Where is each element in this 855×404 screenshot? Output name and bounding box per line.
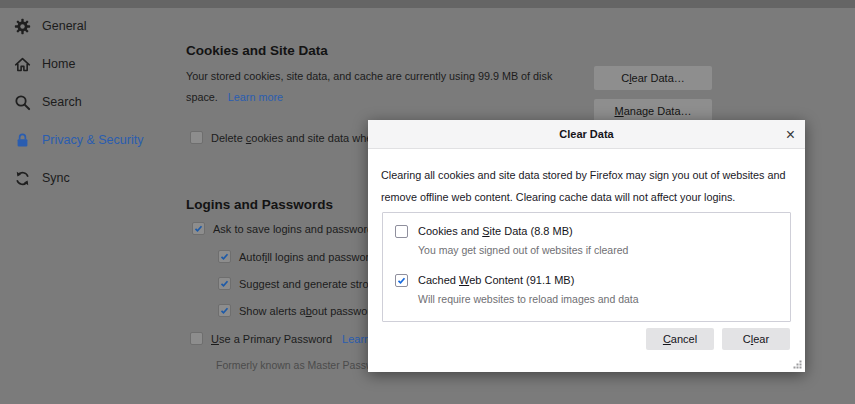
breach-alerts-checkbox[interactable]	[218, 304, 231, 317]
sidebar-item-privacy-security[interactable]: Privacy & Security	[14, 128, 143, 152]
check-icon	[220, 252, 229, 261]
master-password-note: Formerly known as Master Password	[216, 359, 389, 371]
cookies-description: Your stored cookies, site data, and cach…	[186, 66, 572, 108]
cookies-section-heading: Cookies and Site Data	[186, 43, 328, 58]
check-icon	[220, 306, 229, 315]
ask-save-logins-checkbox[interactable]	[192, 222, 205, 235]
sidebar-item-search[interactable]: Search	[14, 90, 82, 114]
sidebar-item-general[interactable]: General	[14, 14, 86, 38]
check-icon	[397, 276, 406, 285]
sidebar-label-home: Home	[42, 57, 75, 71]
check-icon	[194, 224, 203, 233]
primary-password-label: Use a Primary Password	[211, 333, 332, 345]
logins-section-heading: Logins and Passwords	[186, 197, 333, 212]
cookies-site-data-checkbox[interactable]	[395, 225, 408, 238]
cached-web-content-option-label: Cached Web Content (91.1 MB)	[418, 273, 639, 288]
autofill-logins-checkbox-row[interactable]: Autofill logins and passwords	[218, 250, 381, 263]
clear-options-box: Cookies and Site Data (8.8 MB) You may g…	[382, 212, 791, 322]
cookies-learn-more-link[interactable]: Learn more	[228, 91, 283, 103]
sidebar-item-home[interactable]: Home	[14, 52, 75, 76]
cached-web-content-option-row[interactable]: Cached Web Content (91.1 MB) Will requir…	[395, 273, 778, 307]
cookies-site-data-option-row[interactable]: Cookies and Site Data (8.8 MB) You may g…	[395, 224, 778, 258]
sidebar-label-privacy-security: Privacy & Security	[42, 133, 143, 147]
dialog-header: Clear Data ×	[368, 120, 805, 149]
resize-grip[interactable]	[793, 360, 802, 369]
clear-data-button[interactable]: Clear Data…	[594, 66, 712, 90]
suggest-passwords-checkbox[interactable]	[218, 277, 231, 290]
home-icon	[14, 56, 31, 73]
cached-web-content-checkbox[interactable]	[395, 274, 408, 287]
firefox-preferences-window: General Home Search Privacy & Security	[0, 0, 855, 404]
gear-icon	[14, 18, 31, 35]
cached-web-content-option-description: Will require websites to reload images a…	[418, 292, 639, 307]
sync-icon	[14, 170, 31, 187]
sidebar-label-sync: Sync	[42, 171, 70, 185]
primary-password-checkbox[interactable]	[190, 332, 203, 345]
check-icon	[220, 279, 229, 288]
cookies-site-data-option-description: You may get signed out of websites if cl…	[418, 243, 628, 258]
autofill-logins-label: Autofill logins and passwords	[239, 251, 381, 263]
clear-button[interactable]: Clear	[722, 328, 790, 350]
sidebar-item-sync[interactable]: Sync	[14, 166, 70, 190]
sidebar-label-search: Search	[42, 95, 82, 109]
cookies-site-data-option-label: Cookies and Site Data (8.8 MB)	[418, 224, 628, 239]
autofill-logins-checkbox[interactable]	[218, 250, 231, 263]
dialog-title: Clear Data	[559, 128, 613, 140]
cancel-button[interactable]: Cancel	[646, 328, 714, 350]
lock-icon	[14, 132, 31, 149]
close-icon[interactable]: ×	[786, 120, 795, 149]
search-icon	[14, 94, 31, 111]
clear-data-dialog: Clear Data × Clearing all cookies and si…	[368, 120, 805, 372]
dialog-body-text: Clearing all cookies and site data store…	[381, 165, 795, 208]
window-top-edge	[0, 0, 855, 8]
sidebar-label-general: General	[42, 19, 86, 33]
delete-cookies-checkbox[interactable]	[190, 131, 203, 144]
